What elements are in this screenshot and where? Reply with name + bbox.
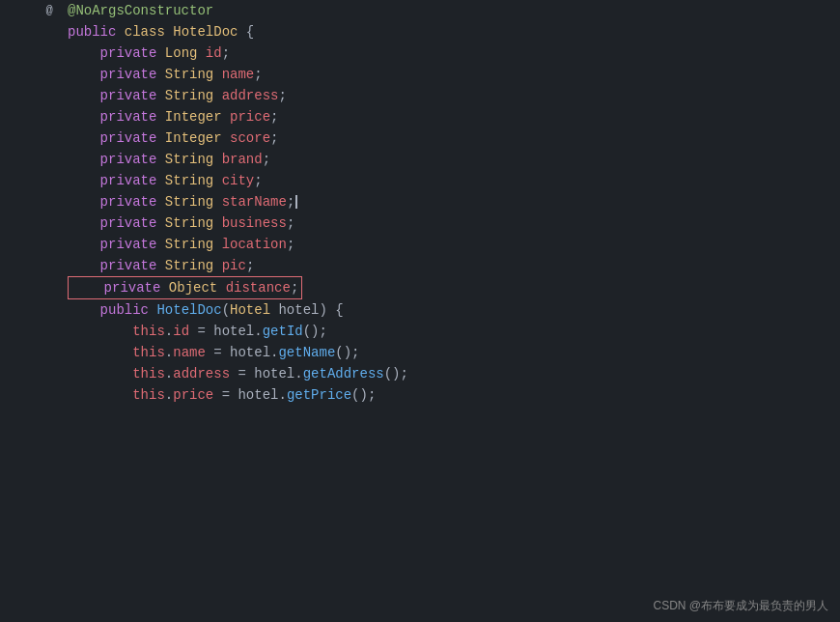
code-line: private Integer price; — [68, 106, 840, 127]
code-token: ; — [287, 191, 294, 212]
code-token: (); — [384, 363, 408, 384]
code-token: private — [100, 170, 165, 191]
code-line: private String name; — [68, 64, 840, 85]
code-token: String — [165, 170, 213, 191]
code-token: = hotel. — [206, 342, 279, 363]
code-token: ; — [287, 234, 294, 255]
code-token: private — [100, 42, 165, 64]
side-icons: @ — [39, 0, 60, 622]
code-token: private — [100, 255, 165, 276]
code-token: this — [132, 342, 165, 363]
code-token: getId — [263, 321, 303, 342]
code-token — [68, 85, 100, 106]
code-editor: @ @NoArgsConstructorpublic class HotelDo… — [0, 0, 840, 622]
code-token — [213, 212, 221, 234]
code-token — [222, 127, 230, 149]
code-token — [68, 321, 132, 342]
code-token — [68, 384, 132, 406]
code-token: city — [222, 170, 255, 191]
code-token: String — [165, 255, 213, 276]
code-token: this — [132, 384, 165, 406]
code-token: (); — [303, 321, 327, 342]
code-token: address — [222, 85, 279, 106]
code-token — [68, 234, 100, 255]
code-line: private String pic; — [68, 255, 840, 276]
code-token: private — [100, 212, 165, 234]
code-line: this.id = hotel.getId(); — [68, 321, 840, 342]
code-token: { — [238, 21, 254, 42]
code-line: this.name = hotel.getName(); — [68, 342, 840, 363]
code-token: private — [100, 191, 165, 212]
code-token: class — [125, 21, 173, 42]
code-line: private String brand; — [68, 149, 840, 170]
code-token: distance — [226, 280, 291, 296]
code-token: address — [173, 363, 230, 384]
text-cursor — [295, 195, 297, 209]
code-token: ; — [254, 170, 262, 191]
code-token — [213, 149, 221, 170]
code-token: ( — [222, 299, 230, 321]
code-token: String — [165, 234, 213, 255]
code-token: ; — [270, 106, 278, 127]
code-token: ; — [254, 64, 262, 85]
code-token: String — [165, 149, 213, 170]
code-token — [213, 255, 221, 276]
watermark: CSDN @布布要成为最负责的男人 — [653, 598, 828, 614]
code-token: ; — [270, 127, 278, 149]
code-token: . — [165, 363, 173, 384]
code-token: score — [230, 127, 270, 149]
code-token: ; — [278, 85, 286, 106]
code-token — [213, 234, 221, 255]
code-token: Hotel — [230, 299, 270, 321]
code-token: name — [222, 64, 255, 85]
code-token — [68, 106, 100, 127]
code-token — [197, 42, 205, 64]
code-token: . — [165, 342, 173, 363]
code-token: private — [100, 127, 165, 149]
code-token — [68, 212, 100, 234]
code-token — [213, 85, 221, 106]
code-line: private String city; — [68, 170, 840, 191]
code-token: price — [173, 384, 213, 406]
code-token: starName — [222, 191, 287, 212]
code-token — [68, 149, 100, 170]
code-token: String — [165, 212, 213, 234]
code-token: Integer — [165, 127, 222, 149]
code-token: this — [132, 363, 165, 384]
code-line: public class HotelDoc { — [68, 21, 840, 42]
code-token: private — [100, 234, 165, 255]
code-token — [68, 127, 100, 149]
code-token: String — [165, 191, 213, 212]
line-gutter — [0, 0, 39, 622]
at-sign-icon: @ — [39, 0, 60, 21]
code-token: . — [165, 321, 173, 342]
code-token: price — [230, 106, 270, 127]
code-token: Object — [169, 280, 217, 296]
code-token: (); — [335, 342, 359, 363]
code-token: ; — [287, 212, 294, 234]
code-token: Long — [165, 42, 198, 64]
code-token: private — [100, 64, 165, 85]
code-line: private String location; — [68, 234, 840, 255]
code-token: brand — [222, 149, 263, 170]
code-token: private — [100, 106, 165, 127]
code-token: HotelDoc — [156, 299, 221, 321]
code-line: private Long id; — [68, 42, 840, 64]
code-token: String — [165, 64, 213, 85]
code-token: id — [206, 42, 222, 64]
code-token — [68, 42, 100, 64]
code-token: public — [100, 299, 157, 321]
code-token: name — [173, 342, 206, 363]
code-token: business — [222, 212, 287, 234]
code-token: . — [165, 384, 173, 406]
code-token: = hotel. — [230, 363, 303, 384]
code-line: public HotelDoc(Hotel hotel) { — [68, 299, 840, 321]
code-token — [217, 280, 225, 296]
code-token: id — [173, 321, 189, 342]
code-line: @NoArgsConstructor — [68, 0, 840, 21]
code-token: ; — [246, 255, 254, 276]
code-line: private String business; — [68, 212, 840, 234]
code-token — [213, 64, 221, 85]
code-token: private — [100, 85, 165, 106]
code-token: @NoArgsConstructor — [68, 0, 213, 21]
